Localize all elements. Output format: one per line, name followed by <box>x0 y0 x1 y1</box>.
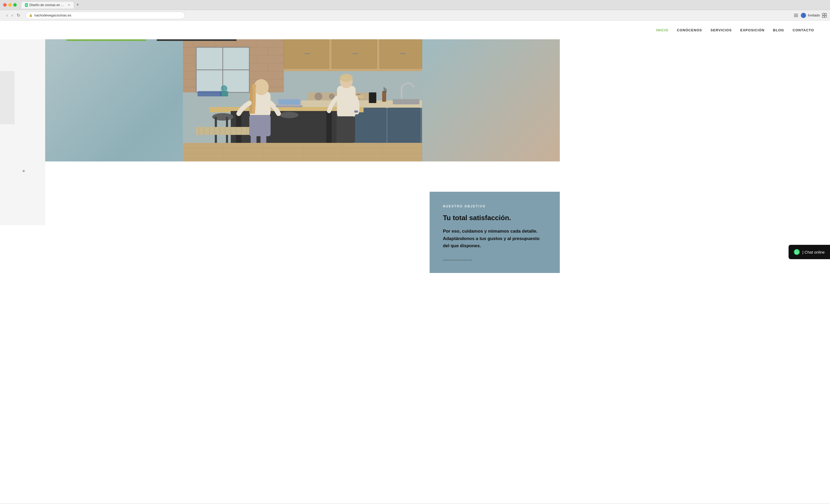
browser-nav-buttons: ‹ › ↻ <box>5 12 21 18</box>
kitchen-scene-svg <box>45 39 560 162</box>
nav-contacto[interactable]: CONTACTO <box>793 28 814 32</box>
svg-rect-44 <box>400 53 406 54</box>
svg-point-54 <box>315 93 322 100</box>
svg-rect-59 <box>401 87 402 100</box>
svg-rect-50 <box>388 108 420 142</box>
chat-button[interactable]: | Chat online <box>789 245 830 259</box>
website: INICIO CONÓCENOS SERVICIOS EXPOSICIÓN BL… <box>0 21 830 503</box>
svg-point-73 <box>280 112 298 118</box>
svg-rect-83 <box>279 99 300 105</box>
chat-label: | Chat online <box>802 250 825 255</box>
minimize-dot[interactable] <box>8 3 12 7</box>
svg-rect-58 <box>369 92 376 103</box>
maximize-dot[interactable] <box>13 3 17 7</box>
profile-button[interactable]: 👤 Invitado <box>801 13 820 18</box>
svg-rect-5 <box>822 16 824 18</box>
whatsapp-icon <box>794 249 800 255</box>
profile-icon: 👤 <box>801 13 806 18</box>
nav-exposicion[interactable]: EXPOSICIÓN <box>740 28 764 32</box>
svg-rect-4 <box>825 13 827 15</box>
browser-tab-active[interactable]: N Diseño de cocinas en Salamar... ✕ <box>21 1 74 8</box>
svg-rect-60 <box>393 99 419 104</box>
nav-servicios[interactable]: SERVICIOS <box>710 28 732 32</box>
left-decoration <box>0 71 14 124</box>
tab-favicon: N <box>25 3 28 7</box>
svg-rect-76 <box>249 115 270 136</box>
svg-point-86 <box>340 74 353 82</box>
back-button[interactable]: ‹ <box>5 12 9 18</box>
url-text: nachodevegacocinas.es <box>34 13 71 17</box>
svg-rect-84 <box>337 86 355 117</box>
browser-toolbar: ‹ › ↻ 🔒 nachodevegacocinas.es 👤 Invitado <box>0 10 830 21</box>
address-bar[interactable]: 🔒 nachodevegacocinas.es <box>26 12 185 19</box>
browser-chrome: N Diseño de cocinas en Salamar... ✕ + ‹ … <box>0 0 830 504</box>
svg-point-75 <box>254 79 268 95</box>
svg-rect-87 <box>337 116 355 143</box>
svg-rect-62 <box>384 87 384 92</box>
browser-right-controls: 👤 Invitado <box>793 13 827 18</box>
refresh-button[interactable]: ↻ <box>16 12 21 18</box>
svg-rect-0 <box>794 14 798 14</box>
info-box-title: Tu total satisfacción. <box>443 213 546 223</box>
new-tab-button[interactable]: + <box>76 2 79 8</box>
svg-point-55 <box>329 94 334 99</box>
nav-conocenos[interactable]: CONÓCENOS <box>677 28 702 32</box>
close-dot[interactable] <box>3 3 7 7</box>
svg-rect-37 <box>197 91 221 96</box>
tab-bar: N Diseño de cocinas en Salamar... ✕ + <box>21 1 79 8</box>
browser-titlebar: N Diseño de cocinas en Salamar... ✕ + <box>0 0 830 10</box>
svg-rect-88 <box>354 110 358 112</box>
svg-rect-42 <box>305 53 310 54</box>
nav-inicio[interactable]: INICIO <box>656 28 668 32</box>
info-box: NUESTRO OBJETIVO Tu total satisfacción. … <box>429 192 560 273</box>
nav-links: INICIO CONÓCENOS SERVICIOS EXPOSICIÓN BL… <box>656 28 814 32</box>
svg-rect-2 <box>794 16 798 17</box>
svg-rect-61 <box>382 91 386 102</box>
arrow-line <box>443 260 470 260</box>
browser-dots <box>3 3 17 7</box>
main-content: NUESTRO OBJETIVO Tu total satisfacción. … <box>0 39 830 225</box>
kitchen-image-container: NUESTRO OBJETIVO Tu total satisfacción. … <box>45 39 560 225</box>
profile-label: Invitado <box>808 13 820 17</box>
svg-rect-64 <box>386 89 386 92</box>
site-nav: INICIO CONÓCENOS SERVICIOS EXPOSICIÓN BL… <box>0 21 830 39</box>
kitchen-image <box>45 39 560 162</box>
bg-left-panel <box>0 39 45 225</box>
svg-rect-43 <box>352 53 358 54</box>
forward-button[interactable]: › <box>10 12 14 18</box>
lock-icon: 🔒 <box>29 13 33 17</box>
svg-rect-3 <box>822 13 824 15</box>
info-box-text: Por eso, cuidamos y mimamos cada detalle… <box>443 228 546 249</box>
svg-rect-63 <box>385 88 385 92</box>
scroll-indicator <box>23 170 25 172</box>
tab-close-button[interactable]: ✕ <box>68 3 70 7</box>
svg-point-36 <box>221 85 227 92</box>
browser-menu-icon[interactable] <box>793 13 799 18</box>
info-box-label: NUESTRO OBJETIVO <box>443 204 546 208</box>
nav-blog[interactable]: BLOG <box>773 28 784 32</box>
tab-title: Diseño de cocinas en Salamar... <box>30 3 66 7</box>
info-box-arrow[interactable] <box>443 260 546 260</box>
extensions-icon[interactable] <box>822 13 827 18</box>
svg-rect-1 <box>794 15 798 16</box>
svg-rect-6 <box>825 16 827 18</box>
